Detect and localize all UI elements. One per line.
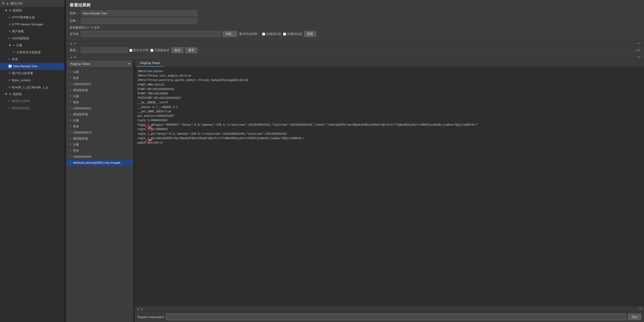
sidebar-item-http-header[interactable]: ✕ HTTP Header Manager [0,21,64,28]
regex-input-row: Regular expression: Test [135,312,644,322]
expand-icon[interactable]: ▲ [70,42,73,45]
tree-item[interactable]: 🛡 调试取样器 [66,111,133,118]
tree-item[interactable]: 🛡 注册 [66,118,133,124]
name-input[interactable] [81,10,197,16]
shield-icon: 🛡 [69,100,72,105]
tree-item-label: 15889208959 [73,155,92,159]
sidebar-item-get-goods[interactable]: ✏ 获取商品信息 [0,105,64,112]
file-name-input[interactable] [81,31,221,37]
tree-item[interactable]: 🛡 15889209611 [66,105,133,111]
tree-item[interactable]: 🛡 登录 [66,75,133,81]
sidebar-item-user-defined-vars[interactable]: ✕ 用户定义的变量 [0,70,64,77]
more-options-icon[interactable]: ••• [637,42,640,45]
search-input[interactable] [81,47,128,53]
regex-search-text: 正则表达式 [154,48,170,52]
collapse-icon-2[interactable]: ▼ [74,55,77,59]
sidebar-item-http-default[interactable]: ✕ HTTP请求默认值 [0,14,64,21]
collapse-icon[interactable]: ▼ [74,42,77,45]
tree-item[interactable]: 🛡 登录 [66,99,133,105]
sidebar-item-test-plan[interactable]: ▼ ▲ 测试计划 [0,0,64,7]
tab-regexp-tester[interactable]: RegExp Tester [136,60,164,67]
sidebar-item-view-results-tree[interactable]: 📊 View Results Tree [0,63,64,70]
arrows-row-2: ▲ ▼ ••• [66,55,644,60]
tree-item[interactable]: 🛡 注册 [66,142,133,148]
shield-icon: 🛡 [69,106,72,111]
search-more-icon[interactable]: ••• [636,48,640,52]
sidebar-item-label: 线程组 [13,92,22,97]
tree-item-label: 登录 [73,76,79,80]
tree-item[interactable]: 🛡 15889206147 [66,81,133,87]
expand-arrow-icon: ▼ [2,1,5,6]
shield-icon: 🛡 [69,149,72,153]
regex-input[interactable] [166,314,626,320]
name-row: 名称： [70,10,640,16]
comment-input[interactable] [81,18,197,24]
cross-icon: ✕ [8,71,11,76]
success-log-checkbox-label[interactable]: 仅成功日志 [283,32,302,36]
gear-icon: ⚙ [9,8,12,13]
sidebar-item-label: 用户参数 [12,29,24,34]
find-button[interactable]: 查找 [171,47,183,53]
sidebar-item-label: View Results Tree [13,64,38,69]
regex-search-label[interactable]: 正则表达式 [150,48,170,52]
config-button[interactable]: 配置 [304,31,316,37]
shield-icon: 🛡 [69,161,72,165]
sidebar-item-thread-group-2[interactable]: ▼ ⚙ 线程组 [0,91,64,98]
expand-arrow-icon: ▼ [5,92,8,97]
sidebar-item-regex-extractor[interactable]: ✏ 正则表达式提取器 [0,49,64,56]
tree-item[interactable]: 🛡 注册 [66,93,133,99]
error-log-checkbox[interactable] [262,32,265,36]
sidebar-item-label: 获取商品信息 [12,106,30,111]
more-options-bottom-icon[interactable]: ••• [639,307,642,311]
sidebar-item-label: HTTP Header Manager [12,22,43,27]
tree-item[interactable]: 🛡 登录 [66,124,133,130]
search-bar: 查找： 区分大小写 正则表达式 查找 重置 ••• [66,46,644,55]
file-row: 文件名 浏览... 显示日志内容： 仅错误日志 仅成功日志 配置 [70,31,640,37]
tree-item[interactable]: 🛡 15889206374 [66,130,133,136]
sidebar-item-json-extractor[interactable]: ✏ JSON提取器 [0,35,64,42]
sidebar-item-label: HTTP请求默认值 [12,15,35,20]
top-form-panel: 察看结果树 名称： 注释： 所有数据写入一个文件 文件名 浏览... 显示日志内… [66,0,644,41]
comment-label: 注释： [70,19,79,23]
pencil-icon: ✏ [8,78,11,83]
sidebar-item-regtk[interactable]: ✏ ${regtk_1_g1},${regtk_1_g: [0,84,64,91]
sidebar-item-par-mobile[interactable]: ✏ ${par_mobile} [0,77,64,84]
test-button[interactable]: Test [628,314,641,320]
tree-item[interactable]: 🛡 调试取样器 [66,136,133,142]
tree-item-label: 调试取样器 [73,136,88,141]
reset-button[interactable]: 重置 [185,47,197,53]
collapse-arrow-bottom[interactable]: ▼ [140,307,143,311]
sidebar-item-register[interactable]: ▼ ✏ 注册 [0,42,64,49]
gear-icon: ⚙ [9,92,12,97]
shield-icon: 🛡 [69,76,72,80]
sidebar-item-thread-group-1[interactable]: ▼ ⚙ 线程组 [0,7,64,14]
pencil-icon: ✏ [12,43,15,48]
sidebar-item-user-params[interactable]: ✕ 用户参数 [0,28,64,35]
sidebar-item-label: ${par_mobile} [12,78,30,83]
case-sensitive-label[interactable]: 区分大小写 [129,48,148,52]
shield-icon: 🛡 [69,88,72,93]
tree-item[interactable]: 🛡 登录 [66,148,133,154]
sidebar-item-reset-password[interactable]: ✏ 重置支付密码 [0,98,64,105]
success-log-checkbox[interactable] [283,32,286,36]
more-options-icon-2[interactable]: ••• [637,55,640,59]
pencil-icon: ✏ [8,57,11,62]
error-log-checkbox-label[interactable]: 仅错误日志 [262,32,281,36]
tree-item[interactable]: 🛡 注册 [66,69,133,75]
sidebar-item-label: 重置支付密码 [12,99,30,104]
tree-item[interactable]: 🛡 15889208959 [66,154,133,160]
browse-button[interactable]: 浏览... [222,31,237,37]
display-log-label: 显示日志内容： [239,32,260,36]
sidebar-item-label: ${regtk_1_g1},${regtk_1_g: [12,85,49,90]
expand-icon-2[interactable]: ▲ [70,55,73,59]
tree-item[interactable]: 🛡 调试取样器 [66,87,133,93]
expand-arrow-bottom[interactable]: ▲ [136,307,139,311]
tree-view-select[interactable]: RegExp Tester [68,61,132,67]
tree-item-selected[interactable]: 🛡 4000043,obUnqS5PECr4q+XmpaK… [66,160,133,166]
sidebar-item-label: 用户定义的变量 [12,71,33,76]
sidebar-item-label: JSON提取器 [12,36,29,41]
sidebar-item-login[interactable]: ✏ 登录 [0,56,64,63]
regex-search-checkbox[interactable] [150,49,153,52]
case-sensitive-checkbox[interactable] [129,49,132,52]
file-name-label: 文件名 [70,32,79,36]
